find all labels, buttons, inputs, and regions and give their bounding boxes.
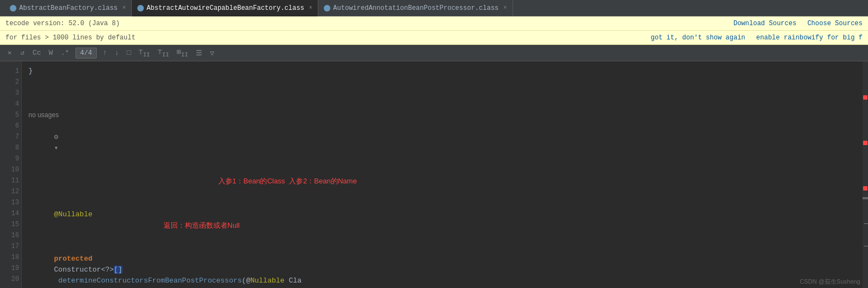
notif-bar: for files > 1000 lines by default got it… [0,31,868,45]
tab-bar: AbstractBeanFactory.class × AbstractAuto… [0,0,868,16]
tab-label: AbstractBeanFactory.class [19,4,118,12]
method-determine: determineConstructorsFromBeanPostProcess… [54,277,242,285]
type-constructor: Constructor [54,266,101,274]
minus-marker: — [864,220,868,228]
code-line-brace: } [28,66,856,77]
kw-protected: protected [54,255,97,263]
minus-marker-2: — [864,243,868,250]
find-close-btn[interactable]: ✕ [5,48,14,58]
notif-text: for files > 1000 lines by default [5,34,136,42]
gear-icon: ⚙ [54,132,59,143]
code-line-empty2 [28,88,856,99]
choose-sources-link[interactable]: Choose Sources [807,20,863,27]
selected-brackets: [] [114,266,123,274]
code-line-gear: ⚙ ▾ [28,121,856,165]
tab-icon-3 [324,5,330,11]
scroll-marker-2 [863,141,867,145]
find-expand-btn[interactable]: □ [125,48,133,57]
code-area: 1 2 3 4 5 6 7 8 9 10 11 12 13 14 15 16 1… [0,61,868,288]
bytecode-version: tecode version: 52.0 (Java 8) [5,20,120,27]
find-filter1-btn[interactable]: ⊤II [137,47,152,59]
find-filter3-btn[interactable]: ⊞II [175,47,190,59]
got-it-link[interactable]: got it, don't show again [651,34,745,42]
find-filter-btn[interactable]: ▽ [208,48,216,58]
code-line-empty3 [28,99,856,110]
find-bar: ✕ ↺ Cc W .* 4/4 ↑ ↓ □ ⊤II ⊤II ⊞II ☰ ▽ [0,45,868,61]
scrollbar-track[interactable]: — — [863,61,868,288]
find-count: 4/4 [75,48,97,59]
find-next-btn[interactable]: ↓ [113,48,121,57]
find-regex-btn[interactable]: .* [59,48,71,57]
tab-close-1[interactable]: × [123,5,126,11]
tab-label-3: AutowiredAnnotationBeanPostProcessor.cla… [333,4,498,12]
tab-abstract-autowire[interactable]: AbstractAutowireCapableBeanFactory.class… [132,0,318,16]
find-case-btn[interactable]: Cc [31,48,43,57]
cn-annotation-2: 返回：构造函数或者Null [164,221,240,229]
find-align-btn[interactable]: ☰ [194,48,204,58]
code-line-cn1: 入参1：Bean的Class 入参2：Bean的Name [28,165,856,198]
tab-icon [10,5,16,11]
find-refresh-btn[interactable]: ↺ [18,48,26,58]
code-line-no-usages: no usages [28,110,856,121]
tab-autowired-annotation[interactable]: AutowiredAnnotationBeanPostProcessor.cla… [318,0,512,16]
tab-icon-active [137,5,144,11]
find-prev-btn[interactable]: ↑ [101,48,109,57]
tab-close-3[interactable]: × [504,5,507,11]
scroll-marker-1 [863,95,867,100]
notif-actions: got it, don't show again enable rainbowi… [651,34,863,42]
scroll-thumb [863,197,868,199]
tab-label-active: AbstractAutowireCapableBeanFactory.class [147,4,304,12]
find-word-btn[interactable]: W [47,48,55,57]
cn-annotation-1: 入参1：Bean的Class 入参2：Bean的Name [218,177,357,185]
tab-close-2[interactable]: × [309,5,312,11]
code-line-empty1 [28,77,856,88]
enable-rainbowify-link[interactable]: enable rainbowify for big f [756,34,863,42]
code-line-nullable: @Nullable 返回：构造函数或者Null [28,198,856,243]
code-content: } no usages ⚙ ▾ 入参1：Bean的Class 入参2：Bean的… [22,61,863,288]
code-line-method-sig: protected Constructor<?>[] determineCons… [28,243,856,288]
info-bar: tecode version: 52.0 (Java 8) Download S… [0,16,868,31]
nullable-annotation: @Nullable [54,210,92,218]
download-sources-link[interactable]: Download Sources [733,20,796,27]
watermark: CSDN @茹生Susheng [800,278,860,286]
tab-abstract-bean-factory[interactable]: AbstractBeanFactory.class × [4,0,132,16]
line-numbers: 1 2 3 4 5 6 7 8 9 10 11 12 13 14 15 16 1… [0,61,22,288]
scroll-marker-3 [863,186,867,191]
find-filter2-btn[interactable]: ⊤II [156,47,171,59]
info-bar-actions: Download Sources Choose Sources [733,20,863,27]
